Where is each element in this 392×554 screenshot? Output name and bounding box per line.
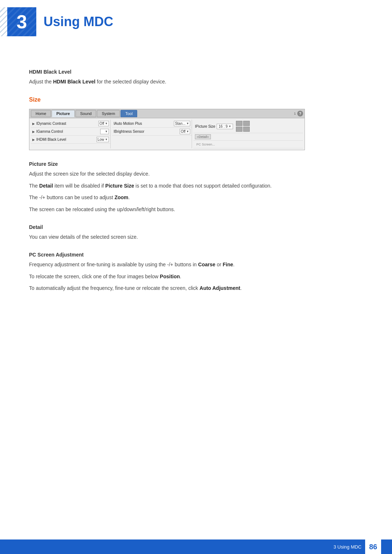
detail-button[interactable]: =Detail= — [195, 134, 211, 139]
size-heading: Size — [29, 97, 363, 103]
pc-screen-label: PC Screen... — [195, 142, 216, 147]
brightness-sensor-label: IBrightness Sensor — [114, 130, 178, 134]
page-number: 86 — [365, 539, 381, 554]
pc-screen-body2: To relocate the screen, click one of the… — [29, 272, 363, 280]
tab-tool[interactable]: Tool — [121, 110, 137, 117]
row-arrow: ▶ — [32, 130, 35, 134]
ui-row-brightness-sensor: IBrightness Sensor Off ▼ — [112, 128, 192, 136]
tab-system[interactable]: System — [97, 110, 120, 117]
picture-size-body4: The screen can be relocated using the up… — [29, 205, 363, 213]
ui-row-hdmi-black: ▶ IHDMI Black Level Low ▼ — [31, 136, 110, 144]
pc-screen-body3: To automatically adjust the frequency, f… — [29, 284, 363, 292]
picture-size-body3: The -/+ buttons can be used to adjust Zo… — [29, 193, 363, 201]
auto-motion-label: IAuto Motion Plus — [114, 122, 172, 126]
grid-buttons — [236, 121, 250, 132]
ui-toolbar: Home Picture Sound System Tool 1 ? — [29, 109, 305, 118]
decorative-lines — [0, 7, 7, 36]
ui-row-gamma: ▶ IGamma Control ▼ — [31, 128, 110, 136]
grid-btn-1[interactable] — [236, 121, 242, 126]
dynamic-contrast-select[interactable]: Off ▼ — [98, 121, 109, 126]
dynamic-contrast-label: IDynamic Contrast — [36, 122, 97, 126]
indicator-number: 1 — [294, 112, 296, 115]
grid-btn-4[interactable] — [243, 127, 250, 132]
hdmi-black-select[interactable]: Low ▼ — [97, 137, 109, 142]
chapter-number: 3 — [17, 11, 27, 33]
grid-btn-3[interactable] — [236, 127, 242, 132]
row-arrow: ▶ — [32, 138, 35, 141]
help-button[interactable]: ? — [297, 111, 303, 116]
auto-motion-select[interactable]: Stan... ▼ — [174, 121, 190, 126]
ui-mid-panel: IAuto Motion Plus Stan... ▼ IBrightness … — [112, 120, 192, 148]
page-header: 3 Using MDC — [0, 0, 392, 44]
hdmi-body: Adjust the HDMI Black Level for the sele… — [29, 78, 363, 86]
gamma-label: IGamma Control — [36, 130, 99, 134]
chapter-title: Using MDC — [44, 14, 113, 29]
chapter-number-box: 3 — [7, 7, 36, 36]
ui-mockup-screenshot: Home Picture Sound System Tool 1 ? ▶ IDy… — [29, 109, 305, 150]
ui-right-row-detail: =Detail= — [193, 133, 303, 141]
brightness-sensor-select[interactable]: Off ▼ — [180, 129, 190, 134]
picture-size-select[interactable]: 16 : 9 ▼ — [217, 124, 233, 129]
footer-section-label: 3 Using MDC — [334, 544, 362, 550]
detail-heading: Detail — [29, 224, 363, 230]
ui-row-dynamic-contrast: ▶ IDynamic Contrast Off ▼ — [31, 120, 110, 128]
tab-picture[interactable]: Picture — [52, 110, 74, 117]
picture-size-heading: Picture Size — [29, 161, 363, 167]
pc-screen-body1: Frequency adjustment or fine-tuning is a… — [29, 260, 363, 268]
picture-size-label: IPicture Size — [195, 124, 215, 128]
ui-content-area: ▶ IDynamic Contrast Off ▼ ▶ IGamma Contr… — [29, 118, 305, 150]
page-footer: 3 Using MDC 86 — [0, 539, 392, 554]
main-content: HDMI Black Level Adjust the HDMI Black L… — [0, 44, 392, 318]
hdmi-heading: HDMI Black Level — [29, 69, 363, 75]
tab-sound[interactable]: Sound — [75, 110, 97, 117]
hdmi-black-label: IHDMI Black Level — [36, 138, 95, 141]
gamma-select[interactable]: ▼ — [100, 129, 109, 134]
ui-right-panel: IPicture Size 16 : 9 ▼ =Detail= — [193, 120, 303, 148]
row-arrow: ▶ — [32, 122, 35, 126]
ui-row-auto-motion: IAuto Motion Plus Stan... ▼ — [112, 120, 192, 128]
picture-size-body2: The Detail item will be disabled if Pict… — [29, 182, 363, 190]
ui-right-row-pc-screen: PC Screen... — [193, 141, 303, 148]
picture-size-body1: Adjust the screen size for the selected … — [29, 170, 363, 178]
tab-home[interactable]: Home — [31, 110, 51, 117]
grid-btn-2[interactable] — [243, 121, 250, 126]
pc-screen-heading: PC Screen Adjustment — [29, 252, 363, 258]
ui-left-panel: ▶ IDynamic Contrast Off ▼ ▶ IGamma Contr… — [31, 120, 111, 148]
detail-body: You can view details of the selected scr… — [29, 233, 363, 241]
ui-right-row-picture-size: IPicture Size 16 : 9 ▼ — [193, 120, 303, 133]
